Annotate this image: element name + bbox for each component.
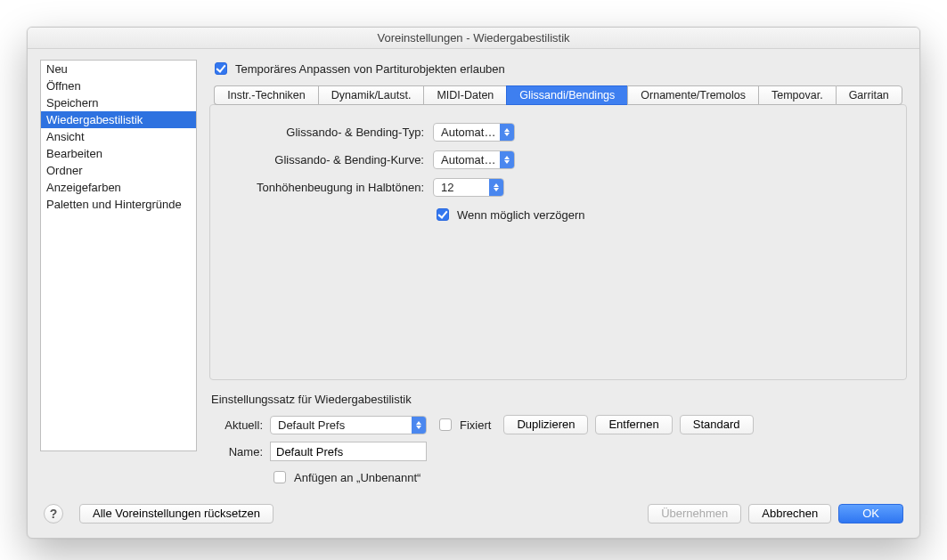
delay-input[interactable] xyxy=(437,208,449,221)
stepper-icon xyxy=(500,151,514,168)
preset-append-row: Anfügen an „Unbenannt“ xyxy=(209,468,907,486)
remove-button[interactable]: Entfernen xyxy=(595,415,672,434)
preferences-window: Voreinstellungen - Wiedergabestilistik N… xyxy=(27,27,920,539)
pitch-bend-value: 12 xyxy=(441,181,486,194)
gliss-curve-row: Glissando- & Bending-Kurve: Automatis… xyxy=(210,150,906,169)
allow-temp-adjust-input[interactable] xyxy=(215,62,227,75)
preset-name-label: Name: xyxy=(209,445,270,459)
append-checkbox[interactable]: Anfügen an „Unbenannt“ xyxy=(270,468,420,486)
preset-name-row: Name: xyxy=(209,442,907,461)
sidebar-item[interactable]: Bearbeiten xyxy=(41,145,196,162)
sidebar-item[interactable]: Ordner xyxy=(41,162,196,179)
sidebar-item[interactable]: Speichern xyxy=(41,94,196,111)
gliss-type-label: Glissando- & Bending-Typ: xyxy=(210,126,433,139)
pitch-bend-stepper[interactable]: 12 xyxy=(433,178,504,197)
ok-button[interactable]: OK xyxy=(838,504,903,523)
reset-all-button[interactable]: Alle Voreinstellungen rücksetzen xyxy=(79,504,273,523)
preset-fixed-input[interactable] xyxy=(439,418,452,431)
stepper-icon xyxy=(500,124,514,141)
preset-current-row: Aktuell: Default Prefs Fixiert Duplizier… xyxy=(209,415,907,434)
default-button[interactable]: Standard xyxy=(680,415,754,434)
preset-fixed-checkbox[interactable]: Fixiert xyxy=(436,416,491,434)
gliss-type-row: Glissando- & Bending-Typ: Automatis… xyxy=(210,123,906,142)
preset-current-select[interactable]: Default Prefs xyxy=(270,416,427,434)
stepper-icon xyxy=(412,417,426,434)
sidebar-item[interactable]: Paletten und Hintergründe xyxy=(41,196,196,213)
sidebar-item[interactable]: Neu xyxy=(41,61,196,77)
duplicate-button[interactable]: Duplizieren xyxy=(503,415,588,434)
footer: ? Alle Voreinstellungen rücksetzen Übern… xyxy=(28,493,919,538)
preset-fixed-label: Fixiert xyxy=(460,418,491,432)
gliss-type-value: Automatis… xyxy=(441,126,496,139)
allow-temp-adjust-checkbox[interactable]: Temporäres Anpassen von Partiturobjekten… xyxy=(211,60,907,77)
pitch-bend-row: Tonhöhenbeugung in Halbtönen: 12 xyxy=(210,178,906,197)
gliss-curve-label: Glissando- & Bending-Kurve: xyxy=(210,153,433,166)
tab-tempovar[interactable]: Tempovar. xyxy=(758,85,836,105)
window-title: Voreinstellungen - Wiedergabestilistik xyxy=(28,28,919,49)
allow-temp-adjust-label: Temporäres Anpassen von Partiturobjekten… xyxy=(235,62,505,76)
sidebar-item[interactable]: Anzeigefarben xyxy=(41,179,196,196)
tab-dynamics[interactable]: Dynamik/Lautst. xyxy=(318,85,424,105)
stepper-icon xyxy=(489,179,503,196)
sidebar-item[interactable]: Wiedergabestilistik xyxy=(41,111,196,128)
tab-ornaments-tremolos[interactable]: Ornamente/Tremolos xyxy=(627,85,758,105)
append-input[interactable] xyxy=(273,471,286,483)
tab-glissandi-bendings[interactable]: Glissandi/Bendings xyxy=(506,85,627,105)
pitch-bend-label: Tonhöhenbeugung in Halbtönen: xyxy=(210,181,433,194)
preset-current-label: Aktuell: xyxy=(209,418,270,432)
help-button[interactable]: ? xyxy=(44,504,63,523)
gliss-curve-value: Automatis… xyxy=(441,153,496,166)
sidebar-item[interactable]: Ansicht xyxy=(41,128,196,145)
category-sidebar[interactable]: Neu Öffnen Speichern Wiedergabestilistik… xyxy=(40,60,197,451)
delay-checkbox[interactable]: Wenn möglich verzögern xyxy=(433,206,585,223)
append-label: Anfügen an „Unbenannt“ xyxy=(294,471,420,484)
delay-label: Wenn möglich verzögern xyxy=(457,208,585,222)
tab-panel: Glissando- & Bending-Typ: Automatis… Gli… xyxy=(209,104,907,380)
preset-current-value: Default Prefs xyxy=(278,418,408,432)
main-panel: Temporäres Anpassen von Partiturobjekten… xyxy=(197,60,907,493)
tab-bar: Instr.-Techniken Dynamik/Lautst. MIDI-Da… xyxy=(214,85,902,105)
apply-button[interactable]: Übernehmen xyxy=(648,504,741,523)
sidebar-item[interactable]: Öffnen xyxy=(41,77,196,94)
window-body: Neu Öffnen Speichern Wiedergabestilistik… xyxy=(28,49,919,493)
tab-garritan[interactable]: Garritan xyxy=(836,85,902,105)
gliss-curve-select[interactable]: Automatis… xyxy=(433,150,515,169)
gliss-type-select[interactable]: Automatis… xyxy=(433,123,515,142)
preset-name-input[interactable] xyxy=(270,442,427,461)
tab-midi-data[interactable]: MIDI-Daten xyxy=(423,85,506,105)
cancel-button[interactable]: Abbrechen xyxy=(748,504,831,523)
delay-row: Wenn möglich verzögern xyxy=(210,206,906,223)
preset-section-title: Einstellungssatz für Wiedergabestilistik xyxy=(211,393,905,406)
tab-instr-techniques[interactable]: Instr.-Techniken xyxy=(214,85,318,105)
